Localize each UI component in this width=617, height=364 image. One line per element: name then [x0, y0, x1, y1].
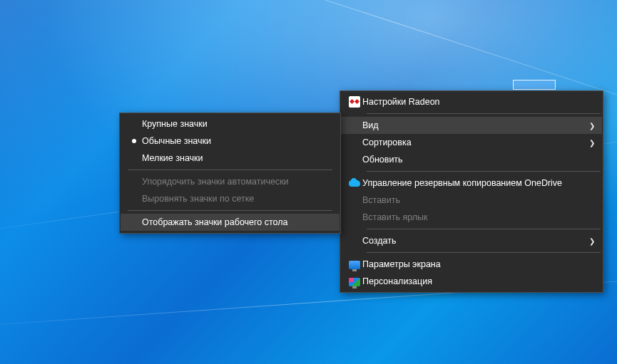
- personalize-icon: [347, 277, 362, 286]
- menu-item-label: Обновить: [362, 155, 595, 165]
- menu-item-label: Персонализация: [362, 276, 595, 286]
- menu-item-paste-shortcut: Вставить ярлык: [341, 209, 602, 226]
- menu-item-label: Отображать значки рабочего стола: [142, 217, 332, 227]
- menu-item-refresh[interactable]: Обновить: [341, 151, 602, 168]
- menu-item-auto-arrange[interactable]: Упорядочить значки автоматически: [121, 173, 340, 190]
- menu-item-label: Вид: [362, 120, 585, 130]
- menu-item-label: Вставить: [362, 195, 595, 205]
- menu-item-label: Настройки Radeon: [362, 97, 595, 107]
- desktop-selection-rectangle: [513, 80, 556, 90]
- submenu-arrow-icon: ❯: [585, 139, 595, 147]
- menu-item-label: Мелкие значки: [142, 153, 332, 163]
- submenu-arrow-icon: ❯: [585, 237, 595, 245]
- menu-separator: [128, 210, 332, 211]
- menu-separator: [128, 170, 332, 170]
- menu-item-label: Управление резервным копированием OneDri…: [362, 178, 595, 188]
- menu-item-display-settings[interactable]: Параметры экрана: [341, 256, 602, 273]
- menu-item-label: Вставить ярлык: [362, 212, 595, 222]
- menu-item-paste: Вставить: [341, 192, 602, 209]
- menu-item-label: Параметры экрана: [362, 259, 595, 269]
- menu-item-label: Создать: [362, 236, 585, 246]
- onedrive-icon: [347, 177, 362, 189]
- menu-item-radeon-settings[interactable]: Настройки Radeon: [341, 93, 602, 110]
- menu-item-label: Упорядочить значки автоматически: [142, 177, 332, 187]
- radeon-icon: [347, 96, 362, 108]
- menu-item-new[interactable]: Создать ❯: [341, 232, 602, 249]
- menu-item-onedrive-backup[interactable]: Управление резервным копированием OneDri…: [341, 175, 602, 192]
- menu-separator: [367, 171, 601, 172]
- menu-separator: [367, 252, 601, 253]
- view-submenu: Крупные значки Обычные значки Мелкие зна…: [119, 113, 341, 234]
- menu-item-label: Крупные значки: [142, 119, 332, 129]
- menu-item-align-grid[interactable]: Выровнять значки по сетке: [121, 190, 340, 207]
- menu-item-sort[interactable]: Сортировка ❯: [341, 134, 602, 151]
- radio-selected-icon: [126, 139, 142, 143]
- menu-separator: [367, 229, 601, 229]
- menu-item-label: Сортировка: [362, 137, 585, 147]
- menu-item-show-desktop-icons[interactable]: Отображать значки рабочего стола: [121, 214, 340, 231]
- menu-item-small-icons[interactable]: Мелкие значки: [121, 150, 340, 167]
- submenu-arrow-icon: ❯: [585, 122, 595, 130]
- menu-item-medium-icons[interactable]: Обычные значки: [121, 132, 340, 150]
- menu-item-label: Обычные значки: [142, 136, 332, 146]
- menu-item-large-icons[interactable]: Крупные значки: [121, 115, 340, 132]
- desktop-context-menu: Настройки Radeon Вид ❯ Сортировка ❯ Обно…: [340, 90, 603, 293]
- menu-separator: [367, 113, 601, 114]
- menu-item-label: Выровнять значки по сетке: [142, 194, 332, 204]
- menu-item-personalize[interactable]: Персонализация: [341, 273, 602, 290]
- display-icon: [347, 260, 362, 269]
- menu-item-view[interactable]: Вид ❯: [341, 117, 602, 134]
